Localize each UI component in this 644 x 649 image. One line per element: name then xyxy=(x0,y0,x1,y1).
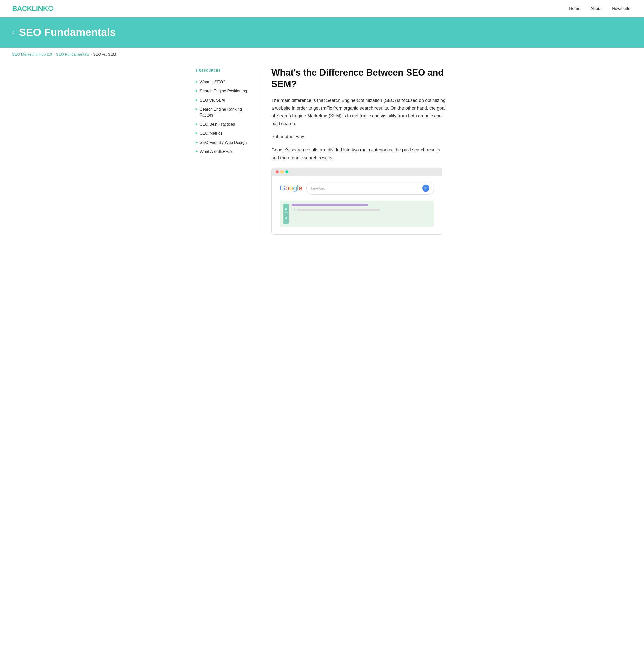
list-item: ▶ Search Engine Ranking Factors xyxy=(196,105,251,120)
logo-o-icon xyxy=(48,6,53,11)
resources-label: 8 RESOURCES xyxy=(196,69,251,73)
google-o2: o xyxy=(289,184,293,192)
nav-newsletter[interactable]: Newsletter xyxy=(612,6,632,11)
article-para-2: Put another way: xyxy=(271,133,448,141)
arrow-icon: ▶ xyxy=(196,131,198,135)
article-para-3: Google's search results are divided into… xyxy=(271,146,448,162)
breadcrumb-item-fundamentals[interactable]: SEO Fundamentals xyxy=(56,52,89,56)
paid-label: Paid xyxy=(283,204,288,224)
list-item: ▶ SEO Metrics xyxy=(196,129,251,138)
sidebar-link-metrics[interactable]: SEO Metrics xyxy=(200,131,222,136)
serp-checkbox-line xyxy=(291,208,431,211)
arrow-icon: ▶ xyxy=(196,141,198,144)
serp-checkbox xyxy=(291,208,294,211)
sidebar-link-serps[interactable]: What Are SERPs? xyxy=(200,149,233,155)
google-search-bar: Google keyword 🔍 xyxy=(280,182,434,194)
hero-title: SEO Fundamentals xyxy=(19,27,116,39)
sidebar-link-what-is-seo[interactable]: What Is SEO? xyxy=(200,79,225,85)
article-content: What's the Difference Between SEO and SE… xyxy=(261,67,448,234)
nav-about[interactable]: About xyxy=(590,6,601,11)
google-o1: o xyxy=(285,184,289,192)
sidebar-link-ranking-factors[interactable]: Search Engine Ranking Factors xyxy=(200,107,251,118)
serp-line-desc xyxy=(296,209,380,211)
list-item: ▶ SEO Friendly Web Design xyxy=(196,138,251,147)
article-para-1: The main difference is that Search Engin… xyxy=(271,97,448,127)
sidebar: 8 RESOURCES ▶ What Is SEO? ▶ Search Engi… xyxy=(196,67,261,234)
browser-dot-yellow xyxy=(280,170,283,173)
sidebar-link-positioning[interactable]: Search Engine Positioning xyxy=(200,88,247,94)
logo[interactable]: BACKLINK xyxy=(12,4,53,12)
sidebar-list: ▶ What Is SEO? ▶ Search Engine Positioni… xyxy=(196,78,251,157)
serp-paid-inner: Paid xyxy=(283,204,431,224)
google-g2: g xyxy=(293,184,297,192)
arrow-icon: ▶ xyxy=(196,80,198,83)
breadcrumb-sep-2: › xyxy=(91,52,92,56)
back-arrow-icon[interactable]: ‹ xyxy=(12,29,14,36)
hero-banner: ‹ SEO Fundamentals xyxy=(0,17,644,48)
search-illustration: Google keyword 🔍 Paid xyxy=(271,168,443,234)
arrow-icon: ▶ xyxy=(196,150,198,153)
sidebar-link-web-design[interactable]: SEO Friendly Web Design xyxy=(200,140,246,145)
browser-bar xyxy=(272,168,442,176)
nav-home[interactable]: Home xyxy=(569,6,580,11)
list-item: ▶ Search Engine Positioning xyxy=(196,87,251,96)
main-nav: Home About Newsletter xyxy=(569,6,632,11)
browser-dot-red xyxy=(276,170,279,173)
sidebar-link-seo-vs-sem[interactable]: SEO vs. SEM xyxy=(200,98,225,103)
search-icon: 🔍 xyxy=(422,185,429,192)
serp-line-title xyxy=(291,204,368,206)
site-header: BACKLINK Home About Newsletter xyxy=(0,0,644,17)
arrow-icon: ▶ xyxy=(196,89,198,92)
search-keyword-placeholder: keyword xyxy=(311,186,325,190)
sidebar-link-best-practices[interactable]: SEO Best Practices xyxy=(200,122,235,127)
google-logo: Google xyxy=(280,184,303,192)
article-title: What's the Difference Between SEO and SE… xyxy=(271,67,448,90)
breadcrumb-current: SEO vs. SEM xyxy=(93,52,116,56)
serp-paid-result: Paid xyxy=(280,201,434,227)
arrow-icon: ▶ xyxy=(196,122,198,126)
list-item: ▶ What Is SEO? xyxy=(196,78,251,87)
browser-content: Google keyword 🔍 Paid xyxy=(272,176,442,234)
breadcrumb-item-hub[interactable]: SEO Marketing Hub 2.0 xyxy=(12,52,52,56)
list-item: ▶ SEO Best Practices xyxy=(196,120,251,129)
serp-result-lines xyxy=(291,204,431,211)
arrow-icon: ▶ xyxy=(196,107,198,111)
google-g1: G xyxy=(280,184,285,192)
arrow-icon: ▶ xyxy=(196,98,198,102)
list-item: ▶ What Are SERPs? xyxy=(196,147,251,156)
google-search-input[interactable]: keyword 🔍 xyxy=(307,182,434,194)
list-item: ▶ SEO vs. SEM xyxy=(196,96,251,105)
browser-dot-green xyxy=(285,170,288,173)
breadcrumb: SEO Marketing Hub 2.0 › SEO Fundamentals… xyxy=(0,48,644,61)
breadcrumb-sep-1: › xyxy=(53,52,54,56)
google-e: e xyxy=(298,184,303,192)
logo-text: BACKLINK xyxy=(12,4,48,12)
main-layout: 8 RESOURCES ▶ What Is SEO? ▶ Search Engi… xyxy=(184,61,460,250)
